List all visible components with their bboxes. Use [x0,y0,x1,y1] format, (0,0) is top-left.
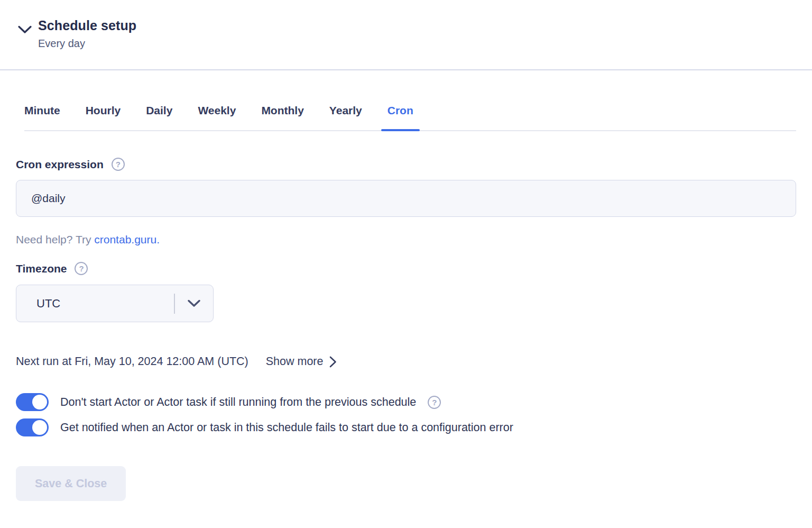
timezone-label-row: Timezone ? [16,262,796,275]
cron-help-prefix: Need help? Try [16,233,94,245]
dont-start-help-icon[interactable]: ? [428,396,441,409]
page-title: Schedule setup [38,18,136,33]
crontab-guru-link[interactable]: crontab.guru [94,233,156,245]
timezone-select[interactable]: UTC [16,285,214,322]
show-more-button[interactable]: Show more [266,355,337,368]
tab-hourly[interactable]: Hourly [86,104,121,130]
tab-cron[interactable]: Cron [387,104,413,130]
cron-expression-label: Cron expression [16,158,104,171]
toggle-knob [32,420,47,435]
cron-expression-input[interactable] [16,180,796,217]
timezone-help-icon[interactable]: ? [75,262,88,275]
schedule-setup-panel: Schedule setup Every day Minute Hourly D… [0,0,812,528]
schedule-type-tabs: Minute Hourly Daily Weekly Monthly Yearl… [24,104,796,131]
timezone-label: Timezone [16,262,67,275]
save-and-close-button[interactable]: Save & Close [16,466,126,501]
tab-yearly[interactable]: Yearly [329,104,362,130]
tab-monthly[interactable]: Monthly [261,104,303,130]
header-text: Schedule setup Every day [38,18,136,50]
tab-weekly[interactable]: Weekly [198,104,236,130]
tab-minute[interactable]: Minute [24,104,60,130]
page-subtitle: Every day [38,38,136,50]
toggle-knob [32,395,47,409]
get-notified-toggle[interactable] [16,418,49,436]
timezone-selected-value: UTC [36,297,60,311]
next-run-text: Next run at Fri, May 10, 2024 12:00 AM (… [16,355,248,368]
chevron-right-icon [329,356,337,368]
dont-start-toggle-label: Don't start Actor or Actor task if still… [60,396,416,409]
show-more-label: Show more [266,355,324,368]
cron-help-text: Need help? Try crontab.guru. [16,233,796,246]
main-content: Minute Hourly Daily Weekly Monthly Yearl… [0,104,812,501]
cron-expression-help-icon[interactable]: ? [112,158,125,171]
cron-help-suffix: . [156,233,160,245]
tab-daily[interactable]: Daily [146,104,172,130]
next-run-row: Next run at Fri, May 10, 2024 12:00 AM (… [16,355,796,368]
chevron-down-icon [175,299,213,307]
collapse-chevron-icon[interactable] [18,25,32,34]
toggle-row-get-notified: Get notified when an Actor or task in th… [16,418,796,436]
cron-expression-label-row: Cron expression ? [16,158,796,171]
get-notified-toggle-label: Get notified when an Actor or task in th… [60,421,513,434]
panel-header: Schedule setup Every day [0,0,812,70]
toggle-row-dont-start: Don't start Actor or Actor task if still… [16,393,796,411]
dont-start-toggle[interactable] [16,393,49,411]
